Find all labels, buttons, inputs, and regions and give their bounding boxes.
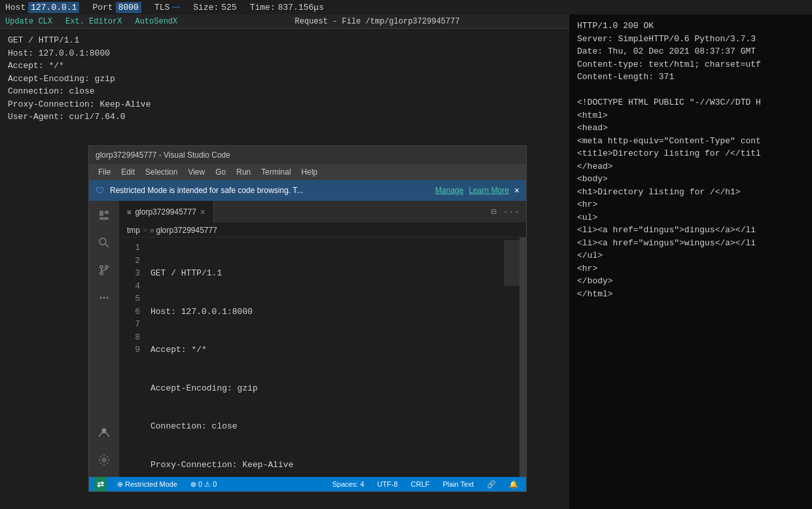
vscode-title: glorp3729945777 - Visual Studio Code — [96, 150, 230, 160]
menu-help[interactable]: Help — [298, 166, 322, 178]
tab-name: glorp3729945777 — [135, 207, 196, 217]
split-editor-button[interactable]: ⊟ — [489, 205, 497, 219]
svg-point-6 — [105, 266, 108, 268]
language-status[interactable]: Plain Text — [440, 477, 477, 491]
restricted-mode-label: Restricted Mode — [125, 480, 177, 488]
restricted-text: Restricted Mode is intended for safe cod… — [110, 186, 430, 195]
svg-point-7 — [100, 272, 103, 275]
port-value[interactable]: 8000 — [116, 2, 141, 13]
account-icon[interactable] — [92, 421, 116, 444]
share-icon: 🔗 — [487, 480, 496, 489]
banner-close-button[interactable]: × — [514, 185, 520, 196]
code-content[interactable]: GET / HTTP/1.1 Host: 127.0.0.1:8000 Acce… — [145, 237, 500, 477]
code-line-4: Accept-Encoding: gzip — [150, 382, 500, 395]
manage-link[interactable]: Manage — [435, 186, 463, 195]
code-line-1: GET / HTTP/1.1 — [150, 267, 500, 280]
menu-edit[interactable]: Edit — [117, 166, 139, 178]
more-icon[interactable] — [92, 286, 116, 309]
language-label: Plain Text — [443, 480, 474, 488]
code-line-6: Proxy-Connection: Keep-Alive — [150, 459, 500, 472]
toolbar-row: Update CLX Ext. EditorX AutoSendX Reques… — [0, 14, 569, 29]
port-label: Port — [92, 3, 113, 12]
encoding-status[interactable]: UTF-8 — [375, 477, 400, 491]
spaces-label: Spaces: 4 — [332, 480, 364, 488]
breadcrumb-sep: > — [143, 226, 147, 235]
main-layout: Update CLX Ext. EditorX AutoSendX Reques… — [0, 14, 812, 509]
menu-terminal[interactable]: Terminal — [257, 166, 294, 178]
explorer-icon[interactable] — [92, 203, 116, 227]
svg-point-12 — [103, 459, 106, 462]
port-field: Port 8000 — [92, 2, 141, 13]
more-actions-button[interactable]: ··· — [502, 205, 521, 219]
vscode-window: glorp3729945777 - Visual Studio Code Fil… — [88, 145, 527, 492]
code-line-2: Host: 127.0.0.1:8000 — [150, 306, 500, 319]
tab-close-button[interactable]: × — [200, 207, 205, 217]
tabs-bar: ≡ glorp3729945777 × ⊟ ··· — [119, 201, 526, 223]
vscode-body: ≡ glorp3729945777 × ⊟ ··· tmp > — [89, 201, 526, 477]
breadcrumb-folder[interactable]: tmp — [127, 226, 140, 235]
code-line-5: Connection: close — [150, 420, 500, 433]
menu-selection[interactable]: Selection — [141, 166, 181, 178]
tls-label: TLS — [154, 3, 169, 12]
line-ending-status[interactable]: CRLF — [408, 477, 432, 491]
left-panel: Update CLX Ext. EditorX AutoSendX Reques… — [0, 14, 569, 509]
shield-icon: 🛡 — [96, 185, 105, 196]
time-value: 837.156μs — [278, 3, 324, 12]
menu-view[interactable]: View — [184, 166, 209, 178]
tab-icon: ≡ — [127, 208, 131, 216]
remote-status-item[interactable]: ⇄ — [94, 477, 107, 491]
bell-icon: 🔔 — [509, 480, 518, 489]
restricted-mode-status[interactable]: ⊕ Restricted Mode — [115, 477, 180, 491]
size-value: 525 — [221, 3, 236, 12]
size-field: Size: 525 — [193, 3, 236, 12]
menu-file[interactable]: File — [94, 166, 115, 178]
errors-status[interactable]: ⊗ 0 ⚠ 0 — [188, 477, 219, 491]
update-cl-button[interactable]: Update CLX — [5, 17, 52, 26]
spaces-status[interactable]: Spaces: 4 — [330, 477, 367, 491]
vscode-titlebar: glorp3729945777 - Visual Studio Code — [89, 146, 526, 164]
restricted-mode-icon: ⊕ — [117, 480, 123, 489]
top-bar: Host 127.0.0.1 Port 8000 TLS Size: 525 T… — [0, 0, 812, 14]
vscode-menubar: File Edit Selection View Go Run Terminal… — [89, 164, 526, 180]
svg-point-9 — [103, 297, 105, 299]
breadcrumb-file[interactable]: ≡ glorp3729945777 — [150, 226, 217, 235]
menu-run[interactable]: Run — [232, 166, 255, 178]
tab-actions: ⊟ ··· — [489, 205, 526, 219]
code-line-3: Accept: */* — [150, 343, 500, 357]
editor-area: ≡ glorp3729945777 × ⊟ ··· tmp > — [119, 201, 526, 477]
auto-send-button[interactable]: AutoSendX — [135, 17, 177, 26]
svg-point-3 — [99, 238, 106, 245]
menu-go[interactable]: Go — [211, 166, 230, 178]
editor-tab[interactable]: ≡ glorp3729945777 × — [119, 201, 214, 223]
source-control-icon[interactable] — [92, 258, 116, 282]
file-icon: ≡ — [150, 226, 154, 234]
learn-more-link[interactable]: Learn More — [468, 186, 508, 195]
minimap — [500, 237, 526, 477]
encoding-label: UTF-8 — [378, 480, 398, 488]
restricted-banner: 🛡 Restricted Mode is intended for safe c… — [89, 180, 526, 201]
line-numbers: 1 2 3 4 5 6 7 8 9 — [119, 237, 145, 477]
code-area: 1 2 3 4 5 6 7 8 9 GET / HTTP/1.1 H — [119, 237, 526, 477]
svg-line-4 — [105, 244, 109, 247]
line-ending-label: CRLF — [411, 480, 430, 488]
tls-field: TLS — [154, 3, 180, 12]
settings-icon[interactable] — [92, 448, 116, 472]
bell-status[interactable]: 🔔 — [506, 477, 521, 491]
request-label: Request - File /tmp/glorp3729945777 — [190, 17, 564, 26]
errors-count: 0 — [198, 480, 202, 488]
right-panel: HTTP/1.0 200 OK Server: SimpleHTTP/0.6 P… — [569, 14, 812, 509]
host-label: Host — [5, 3, 26, 12]
search-icon[interactable] — [92, 231, 116, 254]
svg-point-10 — [107, 297, 109, 299]
svg-rect-2 — [99, 217, 109, 220]
time-field: Time: 837.156μs — [250, 3, 324, 12]
host-value[interactable]: 127.0.0.1 — [28, 2, 79, 13]
svg-point-8 — [100, 297, 102, 299]
ext-editor-button[interactable]: Ext. EditorX — [65, 17, 122, 26]
remote-icon-status[interactable]: 🔗 — [484, 477, 499, 491]
svg-rect-1 — [105, 211, 109, 214]
tls-value — [172, 7, 180, 8]
activity-bar — [89, 201, 119, 477]
errors-icon: ⊗ — [190, 480, 196, 489]
vscode-scrollbar[interactable] — [520, 237, 526, 477]
